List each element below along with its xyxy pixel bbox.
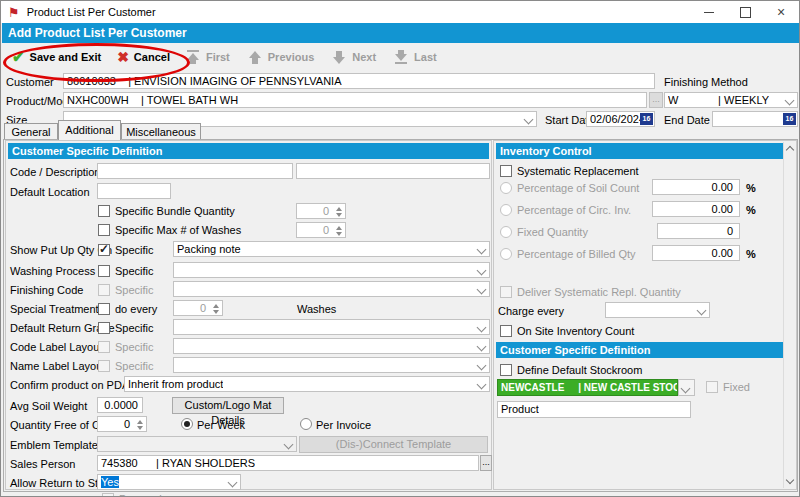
systematic-replacement-label: Systematic Replacement bbox=[517, 165, 639, 177]
chevron-down-icon bbox=[477, 245, 487, 255]
calendar-icon[interactable]: 16 bbox=[783, 113, 796, 125]
charge-every-dropdown[interactable] bbox=[605, 302, 710, 318]
fixed-checkbox bbox=[706, 381, 718, 393]
spinner-buttons[interactable] bbox=[209, 302, 221, 314]
custom-logo-mat-button[interactable]: Custom/Logo Mat Details bbox=[172, 397, 284, 414]
pct-billed-field[interactable]: 0.00 bbox=[652, 245, 740, 261]
avg-soil-value: 0.0000 bbox=[104, 399, 138, 411]
pct-soil-field[interactable]: 0.00 bbox=[652, 179, 740, 195]
per-week-label: Per Week bbox=[197, 419, 245, 431]
avg-soil-field[interactable]: 0.0000 bbox=[97, 397, 143, 413]
washing-dropdown[interactable] bbox=[173, 262, 490, 278]
next-button[interactable]: Next bbox=[332, 49, 376, 64]
finishing-method-dropdown[interactable]: W | WEEKLY bbox=[664, 92, 798, 108]
inventory-control-panel: Inventory Control Systematic Replacement… bbox=[493, 140, 797, 490]
on-site-checkbox[interactable] bbox=[500, 325, 512, 337]
scrollbar-up-icon[interactable] bbox=[784, 142, 796, 156]
stockroom-field[interactable]: NEWCASTLE | NEW CASTLE STOCKROOM bbox=[497, 379, 678, 396]
code-field[interactable] bbox=[97, 163, 293, 179]
max-washes-value: 0 bbox=[323, 224, 329, 236]
scrollbar-down-icon[interactable] bbox=[784, 474, 796, 488]
last-icon bbox=[394, 49, 409, 64]
special-treatment-checkbox[interactable] bbox=[98, 303, 110, 315]
sales-person-value: 745380 | RYAN SHOLDERS bbox=[101, 457, 255, 469]
window-title: Product List Per Customer bbox=[27, 6, 156, 18]
calendar-icon[interactable]: 16 bbox=[640, 113, 653, 125]
code-label-dropdown[interactable] bbox=[173, 338, 490, 354]
last-label: Last bbox=[414, 51, 437, 63]
chevron-down-icon bbox=[681, 384, 691, 394]
spinner-down-icon[interactable] bbox=[336, 232, 342, 236]
code-description-label: Code / Description bbox=[10, 166, 101, 178]
max-washes-checkbox[interactable] bbox=[98, 224, 110, 236]
spinner-up-icon[interactable] bbox=[137, 420, 143, 424]
name-label-dropdown[interactable] bbox=[173, 357, 490, 373]
bundle-qty-checkbox[interactable] bbox=[98, 205, 110, 217]
spinner-up-icon[interactable] bbox=[213, 304, 219, 308]
special-treatment-spinner[interactable]: 0 bbox=[173, 300, 223, 316]
return-grade-dropdown[interactable] bbox=[173, 319, 490, 335]
default-location-field[interactable] bbox=[97, 183, 171, 199]
show-put-up-specific-label: Specific bbox=[115, 244, 154, 256]
stockroom-product-field[interactable]: Product bbox=[497, 401, 691, 418]
chevron-down-icon bbox=[284, 440, 294, 450]
max-washes-spinner[interactable]: 0 bbox=[296, 222, 346, 238]
show-put-up-value: Packing note bbox=[177, 243, 241, 255]
spinner-down-icon[interactable] bbox=[137, 426, 143, 430]
first-button[interactable]: First bbox=[186, 49, 230, 64]
last-button[interactable]: Last bbox=[394, 49, 437, 64]
spinner-down-icon[interactable] bbox=[213, 310, 219, 314]
customer-field[interactable]: 86010633 | ENVISION IMAGING OF PENNSYLVA… bbox=[63, 73, 655, 89]
finishing-method-value: W | WEEKLY bbox=[668, 94, 769, 106]
define-stockroom-checkbox[interactable] bbox=[500, 364, 512, 376]
sales-person-field[interactable]: 745380 | RYAN SHOLDERS bbox=[97, 455, 479, 471]
scrollbar[interactable] bbox=[783, 142, 795, 488]
spinner-up-icon[interactable] bbox=[336, 226, 342, 230]
pct-soil-value: 0.00 bbox=[712, 181, 733, 193]
code-label-specific-checkbox bbox=[98, 341, 110, 353]
spinner-buttons[interactable] bbox=[332, 205, 344, 217]
start-date-field[interactable]: 02/06/2024 16 bbox=[586, 111, 655, 127]
spinner-buttons[interactable] bbox=[133, 418, 145, 430]
stockroom-product-value: Product bbox=[501, 403, 539, 415]
qty-free-spinner[interactable]: 0 bbox=[97, 416, 147, 432]
tab-miscellaneous[interactable]: Miscellaneous bbox=[121, 123, 201, 139]
cancel-button[interactable]: Cancel bbox=[117, 50, 170, 64]
show-put-up-specific-checkbox[interactable] bbox=[98, 244, 110, 256]
spinner-up-icon[interactable] bbox=[336, 207, 342, 211]
stockroom-dropdown-button[interactable] bbox=[678, 379, 695, 396]
spinner-buttons[interactable] bbox=[332, 224, 344, 236]
emblem-template-label: Emblem Template bbox=[10, 439, 98, 451]
tab-additional[interactable]: Additional bbox=[58, 120, 121, 140]
fixed-qty-field[interactable]: 0 bbox=[657, 223, 740, 239]
description-field[interactable] bbox=[296, 163, 490, 179]
fixed-qty-value: 0 bbox=[727, 225, 733, 237]
maximize-button[interactable] bbox=[727, 1, 763, 23]
show-put-up-dropdown[interactable]: Packing note bbox=[173, 241, 490, 257]
save-and-exit-button[interactable]: Save and Exit bbox=[12, 49, 101, 64]
washing-specific-checkbox[interactable] bbox=[98, 265, 110, 277]
allow-return-dropdown[interactable]: Yes bbox=[97, 474, 241, 490]
return-grade-specific-checkbox[interactable] bbox=[98, 322, 110, 334]
minimize-button[interactable] bbox=[691, 1, 727, 23]
charge-every-label: Charge every bbox=[498, 305, 564, 317]
product-model-field[interactable]: NXHC00WH | TOWEL BATH WH bbox=[63, 92, 647, 108]
emblem-dropdown bbox=[97, 436, 297, 452]
sales-browse-button[interactable]: ... bbox=[480, 455, 492, 471]
systematic-replacement-checkbox[interactable] bbox=[500, 165, 512, 177]
end-date-field[interactable]: 16 bbox=[712, 111, 798, 127]
close-button[interactable] bbox=[763, 1, 799, 23]
per-invoice-radio[interactable] bbox=[300, 418, 312, 430]
finishing-code-dropdown[interactable] bbox=[173, 281, 490, 297]
product-browse-button[interactable]: ... bbox=[649, 92, 663, 108]
per-week-radio[interactable] bbox=[181, 418, 193, 430]
title-bar: Product List Per Customer bbox=[1, 1, 799, 23]
confirm-pda-label: Confirm product on PDA bbox=[10, 379, 129, 391]
spinner-down-icon[interactable] bbox=[336, 213, 342, 217]
pct-circ-field[interactable]: 0.00 bbox=[652, 201, 740, 217]
pct-billed-value: 0.00 bbox=[712, 247, 733, 259]
tab-general[interactable]: General bbox=[4, 123, 58, 139]
previous-button[interactable]: Previous bbox=[248, 49, 314, 64]
bundle-qty-spinner[interactable]: 0 bbox=[296, 203, 346, 219]
confirm-pda-dropdown[interactable]: Inherit from product bbox=[124, 376, 490, 392]
